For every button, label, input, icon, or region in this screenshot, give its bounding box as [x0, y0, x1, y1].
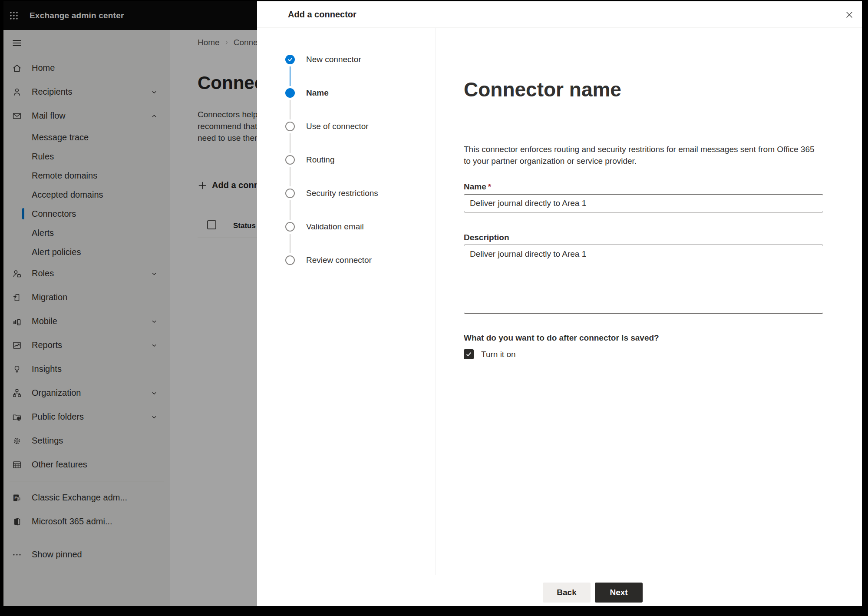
step-label-review-connector[interactable]: Review connector — [306, 254, 372, 266]
step-label-routing[interactable]: Routing — [306, 154, 335, 166]
step-dot-new-connector[interactable] — [285, 55, 295, 64]
required-asterisk: * — [488, 182, 491, 191]
back-button[interactable]: Back — [543, 583, 591, 603]
step-dot-validation-email[interactable] — [285, 222, 295, 232]
dialog-footer: Back Next — [257, 575, 862, 606]
screen: Exchange admin center Home Recipients Ma… — [3, 1, 862, 606]
step-label-name[interactable]: Name — [306, 87, 329, 99]
step-label-security-restrictions[interactable]: Security restrictions — [306, 187, 378, 199]
turn-it-on-label: Turn it on — [481, 350, 516, 359]
wizard-page-heading: Connector name — [464, 78, 621, 101]
add-connector-dialog: Add a connector New connector Name Use o… — [257, 1, 862, 606]
step-connector-line — [290, 100, 290, 119]
step-label-validation-email[interactable]: Validation email — [306, 221, 364, 233]
step-label-use-of-connector[interactable]: Use of connector — [306, 120, 369, 132]
dialog-header: Add a connector — [257, 1, 862, 28]
step-dot-review-connector[interactable] — [285, 255, 295, 265]
description-field-label: Description — [464, 233, 509, 242]
step-dot-security-restrictions[interactable] — [285, 189, 295, 198]
after-save-question: What do you want to do after connector i… — [464, 333, 659, 343]
turn-it-on-checkbox-row[interactable]: Turn it on — [464, 349, 516, 359]
step-connector-line — [290, 200, 290, 220]
step-dot-name[interactable] — [285, 88, 295, 98]
next-button[interactable]: Next — [595, 583, 643, 603]
step-dot-routing[interactable] — [285, 155, 295, 165]
wizard-stepper: New connector Name Use of connector Rout… — [257, 28, 436, 575]
step-connector-line — [290, 133, 290, 153]
close-button[interactable] — [842, 8, 856, 22]
name-field-label: Name* — [464, 182, 491, 192]
step-connector-line — [290, 234, 290, 253]
step-dot-use-of-connector[interactable] — [285, 122, 295, 131]
close-icon — [844, 10, 855, 20]
wizard-page-description: This connector enforces routing and secu… — [464, 143, 815, 167]
turn-it-on-checkbox[interactable] — [464, 349, 474, 359]
dialog-title: Add a connector — [288, 10, 356, 20]
description-textarea[interactable]: Deliver journal directly to Area 1 — [464, 245, 823, 314]
step-label-new-connector[interactable]: New connector — [306, 53, 361, 66]
step-connector-line — [290, 66, 290, 86]
check-icon — [465, 351, 472, 358]
name-input[interactable] — [464, 194, 823, 212]
check-icon — [287, 56, 294, 63]
step-connector-line — [290, 167, 290, 186]
